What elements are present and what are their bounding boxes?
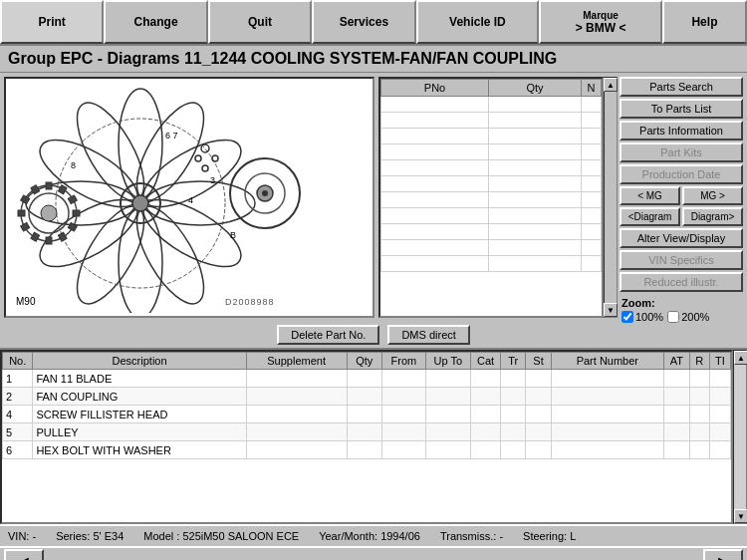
scroll-up-arrow[interactable]: ▲	[604, 78, 618, 92]
zoom-label: Zoom:	[622, 297, 741, 309]
center-parts-table: PNo Qty N	[380, 79, 602, 272]
col-n: N	[582, 80, 602, 97]
col-pno: PNo	[381, 80, 489, 97]
diagram-prev-button[interactable]: <Diagram	[620, 207, 680, 226]
status-model: Model : 525iM50 SALOON ECE	[143, 530, 299, 542]
svg-rect-39	[21, 222, 30, 231]
col-ti: TI	[709, 353, 730, 370]
prev-nav-button[interactable]: ◄	[4, 549, 44, 560]
title-bar: Group EPC - Diagrams 11_1244 COOLING SYS…	[0, 46, 747, 73]
status-year-month: Year/Month: 1994/06	[319, 530, 420, 542]
menu-vehicle-id[interactable]: Vehicle ID	[416, 0, 540, 44]
col-upto: Up To	[425, 353, 470, 370]
col-cat: Cat	[470, 353, 500, 370]
col-from: From	[381, 353, 425, 370]
svg-point-22	[195, 155, 201, 161]
marque-title: Marque	[583, 10, 619, 21]
col-partno: Part Number	[551, 353, 663, 370]
col-at: AT	[664, 353, 690, 370]
svg-text:6 7: 6 7	[165, 131, 178, 140]
col-desc: Description	[33, 353, 246, 370]
svg-rect-38	[31, 232, 40, 241]
parts-list-section: No. Description Supplement Qty From Up T…	[0, 350, 733, 524]
svg-rect-31	[46, 182, 52, 189]
svg-point-0	[119, 89, 162, 198]
next-nav-button[interactable]: ►	[703, 549, 743, 560]
dms-direct-button[interactable]: DMS direct	[387, 325, 469, 345]
svg-rect-32	[58, 185, 67, 194]
reduced-illustr-button[interactable]: Reduced illustr.	[620, 272, 743, 292]
menu-quit[interactable]: Quit	[208, 0, 312, 44]
diagram-area: 8 6 7 3 4 B	[4, 77, 374, 318]
svg-point-19	[201, 144, 209, 152]
table-row[interactable]: 6HEX BOLT WITH WASHER	[3, 441, 731, 459]
diagram-buttons: <Diagram Diagram>	[620, 207, 743, 226]
mg-prev-button[interactable]: < MG	[620, 186, 680, 205]
status-bar: VIN: - Series: 5' E34 Model : 525iM50 SA…	[0, 524, 747, 546]
svg-rect-40	[18, 210, 25, 216]
menu-print[interactable]: Print	[0, 0, 104, 44]
vin-specifics-button[interactable]: VIN Specifics	[620, 250, 743, 270]
svg-text:B: B	[230, 230, 236, 240]
svg-point-21	[202, 165, 208, 171]
center-parts-wrapper: PNo Qty N	[378, 77, 618, 318]
svg-rect-34	[73, 210, 80, 216]
svg-text:M90: M90	[16, 296, 36, 307]
mg-next-button[interactable]: MG >	[682, 186, 743, 205]
parts-list-scrollbar: ▲ ▼	[733, 350, 747, 524]
col-qty: Qty	[489, 80, 582, 97]
part-kits-button[interactable]: Part Kits	[620, 142, 743, 162]
col-r: R	[689, 353, 709, 370]
parts-search-button[interactable]: Parts Search	[620, 77, 743, 97]
parts-list-table: No. Description Supplement Qty From Up T…	[2, 352, 731, 459]
svg-rect-33	[68, 195, 77, 204]
svg-point-3	[145, 181, 255, 225]
center-table-scrollbar: ▲ ▼	[604, 77, 618, 318]
svg-rect-35	[68, 222, 77, 231]
svg-text:4: 4	[188, 195, 193, 205]
svg-text:8: 8	[71, 160, 76, 170]
svg-rect-37	[46, 237, 52, 244]
svg-rect-36	[58, 232, 67, 241]
menu-help[interactable]: Help	[662, 0, 747, 44]
to-parts-list-button[interactable]: To Parts List	[620, 99, 743, 119]
center-parts-table-area: PNo Qty N	[378, 77, 618, 318]
menu-marque[interactable]: Marque > BMW <	[539, 0, 662, 44]
status-series: Series: 5' E34	[56, 530, 124, 542]
col-supplement: Supplement	[246, 353, 347, 370]
table-row[interactable]: 1FAN 11 BLADE	[3, 370, 731, 388]
svg-point-20	[212, 155, 218, 161]
nav-bar: ◄ ►	[0, 546, 747, 560]
menu-services[interactable]: Services	[312, 0, 415, 44]
right-sidebar: Parts Search To Parts List Parts Informa…	[618, 73, 747, 322]
col-no: No.	[3, 353, 33, 370]
page-title: Group EPC - Diagrams 11_1244 COOLING SYS…	[8, 50, 557, 67]
svg-point-18	[262, 190, 268, 196]
bottom-btn-row: Delete Part No. DMS direct	[0, 322, 747, 350]
marque-value: > BMW <	[576, 21, 626, 35]
status-steering: Steering: L	[523, 530, 576, 542]
col-st: St	[526, 353, 551, 370]
alter-view-button[interactable]: Alter View/Display	[620, 228, 743, 248]
col-tr: Tr	[501, 353, 526, 370]
parts-list-scroll-down[interactable]: ▼	[734, 509, 747, 523]
menu-bar: Print Change Quit Services Vehicle ID Ma…	[0, 0, 747, 46]
diagram-row: 8 6 7 3 4 B	[0, 73, 747, 322]
parts-information-button[interactable]: Parts Information	[620, 121, 743, 140]
parts-list-scroll-up[interactable]: ▲	[734, 351, 747, 365]
table-row[interactable]: 4SCREW FILLISTER HEAD	[3, 406, 731, 423]
table-row[interactable]: 2FAN COUPLING	[3, 388, 731, 406]
scroll-down-arrow[interactable]: ▼	[604, 303, 618, 317]
production-date-button[interactable]: Production Date	[620, 164, 743, 184]
parts-list-wrapper: No. Description Supplement Qty From Up T…	[0, 350, 747, 524]
table-row[interactable]: 5PULLEY	[3, 423, 731, 441]
menu-change[interactable]: Change	[104, 0, 207, 44]
center-parts-inner: PNo Qty N	[378, 77, 604, 318]
svg-point-30	[41, 205, 57, 221]
svg-text:3: 3	[210, 175, 215, 185]
delete-part-no-button[interactable]: Delete Part No.	[277, 325, 379, 345]
svg-text:D2008988: D2008988	[225, 297, 275, 307]
svg-point-13	[132, 195, 148, 211]
fan-diagram: 8 6 7 3 4 B	[11, 84, 320, 313]
diagram-next-button[interactable]: Diagram>	[682, 207, 743, 226]
